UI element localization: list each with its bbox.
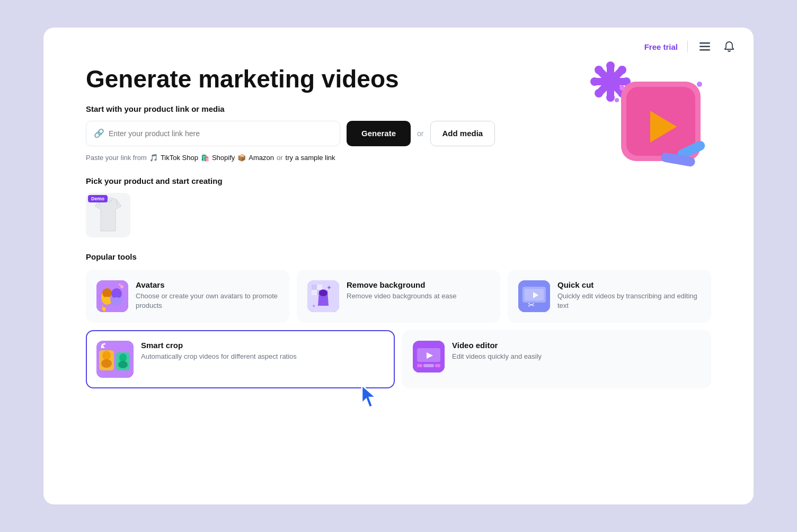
- tool-card-quick-cut[interactable]: ✂ Quick cut Quickly edit videos by trans…: [508, 270, 711, 323]
- svg-rect-31: [317, 285, 322, 290]
- svg-text:✂: ✂: [528, 300, 535, 309]
- tool-card-avatars[interactable]: 👆 Avatars Choose or create your own avat…: [86, 270, 289, 323]
- svg-rect-1: [699, 46, 710, 48]
- quick-cut-name: Quick cut: [557, 280, 701, 289]
- avatars-desc: Choose or create your own avatars to pro…: [136, 291, 279, 311]
- tool-card-smart-crop[interactable]: Smart crop Automatically crop videos for…: [86, 330, 395, 388]
- svg-point-44: [102, 351, 111, 360]
- input-row: 🔗 Generate or Add media: [86, 121, 711, 146]
- quick-cut-icon: ✂: [518, 280, 550, 312]
- amazon-link[interactable]: Amazon: [249, 154, 274, 162]
- svg-point-4: [606, 93, 615, 102]
- svg-rect-0: [699, 42, 710, 44]
- svg-rect-53: [423, 364, 434, 367]
- svg-rect-32: [312, 290, 317, 295]
- sample-link[interactable]: try a sample link: [286, 154, 335, 162]
- video-editor-desc: Edit videos quickly and easily: [452, 352, 542, 361]
- link-icon: 🔗: [94, 128, 104, 138]
- bell-icon[interactable]: [722, 39, 737, 54]
- paste-hint: Paste your link from 🎵 TikTok Shop 🛍️ Sh…: [86, 154, 711, 162]
- add-media-button[interactable]: Add media: [430, 121, 495, 146]
- remove-bg-desc: Remove video backgrounds at ease: [347, 291, 456, 301]
- shopify-link[interactable]: Shopify: [212, 154, 235, 162]
- product-input[interactable]: [109, 129, 332, 138]
- svg-point-45: [101, 359, 112, 368]
- svg-point-25: [111, 297, 122, 306]
- tools-grid-row2: Smart crop Automatically crop videos for…: [86, 330, 711, 388]
- avatars-text: Avatars Choose or create your own avatar…: [136, 280, 279, 311]
- main-window: Free trial: [43, 28, 754, 504]
- demo-badge: Demo: [88, 195, 108, 202]
- quick-cut-text: Quick cut Quickly edit videos by transcr…: [557, 280, 701, 311]
- top-bar: Free trial: [43, 28, 754, 60]
- free-trial-link[interactable]: Free trial: [644, 42, 678, 51]
- tools-grid-row1: 👆 Avatars Choose or create your own avat…: [86, 270, 711, 323]
- menu-icon[interactable]: [697, 39, 712, 54]
- svg-point-21: [102, 288, 112, 298]
- shopify-icon: 🛍️: [201, 154, 209, 162]
- svg-text:👆: 👆: [100, 304, 108, 312]
- smart-crop-icon: [96, 341, 134, 378]
- svg-point-17: [615, 98, 619, 102]
- svg-text:✦: ✦: [326, 284, 332, 291]
- input-subtitle: Start with your product link or media: [86, 104, 711, 113]
- amazon-icon: 📦: [237, 154, 246, 162]
- smart-crop-name: Smart crop: [141, 341, 297, 350]
- pick-title: Pick your product and start creating: [86, 176, 711, 185]
- avatars-icon: 👆: [96, 280, 128, 312]
- divider: [687, 41, 688, 52]
- tiktok-shop-link[interactable]: TikTok Shop: [161, 154, 198, 162]
- svg-rect-30: [312, 285, 317, 290]
- product-input-wrap[interactable]: 🔗: [86, 121, 340, 146]
- popular-tools-title: Popular tools: [86, 252, 711, 261]
- svg-text:✦: ✦: [312, 303, 316, 309]
- smart-crop-desc: Automatically crop videos for different …: [141, 352, 297, 361]
- svg-rect-52: [417, 364, 422, 367]
- remove-bg-icon: ✦ ✦: [307, 280, 339, 312]
- or2-label: or: [277, 154, 283, 162]
- video-editor-text: Video editor Edit videos quickly and eas…: [452, 341, 542, 361]
- hero-section: Generate marketing videos Start with you…: [86, 66, 711, 237]
- pick-section: Pick your product and start creating Dem…: [86, 176, 711, 237]
- remove-bg-text: Remove background Remove video backgroun…: [347, 280, 456, 301]
- cursor-pointer: [359, 383, 383, 414]
- svg-rect-2: [699, 49, 710, 51]
- svg-point-28: [119, 283, 121, 286]
- tool-card-remove-bg[interactable]: ✦ ✦ Remove background Remove video backg…: [297, 270, 500, 323]
- demo-product-card[interactable]: Demo: [86, 193, 130, 237]
- remove-bg-name: Remove background: [347, 280, 456, 289]
- svg-rect-54: [435, 364, 440, 367]
- tool-card-video-editor[interactable]: Video editor Edit videos quickly and eas…: [402, 330, 711, 388]
- generate-button[interactable]: Generate: [347, 121, 411, 146]
- svg-point-47: [119, 353, 127, 362]
- tiktok-icon: 🎵: [149, 154, 158, 162]
- video-editor-name: Video editor: [452, 341, 542, 350]
- page-title: Generate marketing videos: [86, 66, 711, 93]
- svg-point-27: [120, 285, 123, 288]
- avatars-name: Avatars: [136, 280, 279, 289]
- or-label: or: [417, 129, 423, 138]
- paste-label: Paste your link from: [86, 154, 147, 162]
- smart-crop-text: Smart crop Automatically crop videos for…: [141, 341, 297, 361]
- popular-tools-section: Popular tools: [86, 252, 711, 388]
- quick-cut-desc: Quickly edit videos by transcribing and …: [557, 291, 701, 311]
- svg-point-48: [118, 361, 128, 368]
- main-content: Generate marketing videos Start with you…: [43, 60, 754, 410]
- video-editor-icon: [413, 341, 445, 373]
